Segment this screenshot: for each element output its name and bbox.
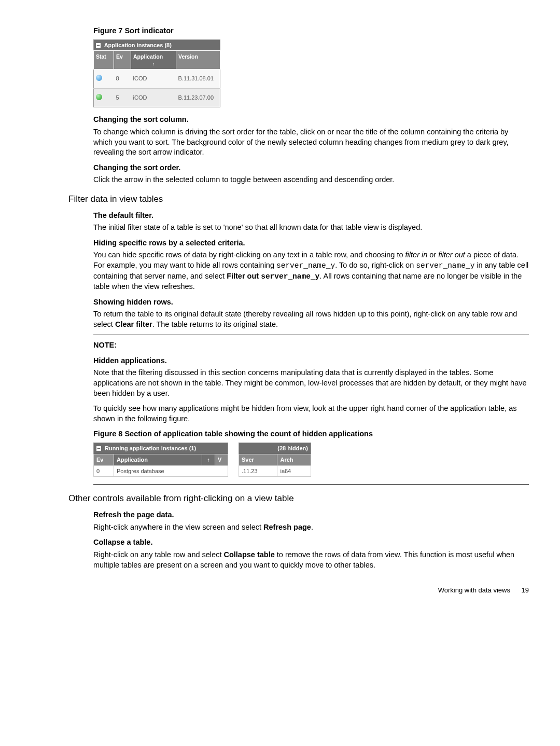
- figure-7-caption: Figure 7 Sort indicator: [93, 26, 529, 36]
- changing-sort-order-heading: Changing the sort order.: [93, 163, 529, 173]
- collapse-icon[interactable]: −: [96, 446, 101, 451]
- sort-arrow-icon[interactable]: ↑: [133, 61, 174, 67]
- showing-hidden-heading: Showing hidden rows.: [93, 297, 529, 308]
- collapse-icon[interactable]: −: [96, 43, 101, 48]
- ev-cell: 8: [114, 69, 131, 88]
- note-p1: Note that the filtering discussed in thi…: [93, 368, 529, 398]
- hiding-rows-heading: Hiding specific rows by a selected crite…: [93, 238, 529, 248]
- divider: [93, 335, 529, 335]
- col-ev[interactable]: Ev: [114, 51, 131, 69]
- status-cell: [94, 69, 114, 88]
- collapse-body: Right-click on any table row and select …: [93, 550, 529, 570]
- refresh-heading: Refresh the page data.: [93, 510, 529, 520]
- app-cell[interactable]: iCOD: [131, 69, 176, 88]
- refresh-body: Right-click anywhere in the view screen …: [93, 522, 529, 533]
- figure-8-wrap: − Running application instances (1) Ev A…: [93, 443, 529, 477]
- app-cell[interactable]: iCOD: [131, 88, 176, 107]
- ev-cell: 0: [94, 465, 114, 477]
- divider: [93, 484, 529, 485]
- sver-cell: .11.23: [239, 465, 277, 477]
- page-number: 19: [522, 586, 529, 594]
- default-filter-body: The initial filter state of a table is s…: [93, 223, 529, 233]
- ev-cell: 5: [114, 88, 131, 107]
- col-stat[interactable]: Stat: [94, 51, 114, 69]
- col-version[interactable]: Version: [176, 51, 220, 69]
- figure-8-caption: Figure 8 Section of application table sh…: [93, 429, 529, 439]
- col-v[interactable]: V: [215, 454, 228, 465]
- default-filter-heading: The default filter.: [93, 211, 529, 221]
- note-p2: To quickly see how many applications mig…: [93, 404, 529, 424]
- changing-sort-column-heading: Changing the sort column.: [93, 115, 529, 125]
- collapse-heading: Collapse a table.: [93, 537, 529, 548]
- status-blue-icon: [96, 75, 102, 81]
- page-footer: Working with data views 19: [93, 586, 529, 595]
- fig7-title: Application instances (8): [104, 42, 172, 48]
- app-cell[interactable]: Postgres database: [114, 465, 228, 477]
- col-ev[interactable]: Ev: [94, 454, 114, 465]
- col-application[interactable]: Application ↑: [131, 51, 176, 69]
- hiding-rows-body: You can hide specific rows of data by ri…: [93, 250, 529, 292]
- hidden-count: (28 hidden): [239, 443, 311, 454]
- note-label: NOTE:: [93, 340, 529, 351]
- sort-arrow-icon[interactable]: ↑: [202, 454, 215, 465]
- figure-8-right: (28 hidden) Sver Arch .11.23 ia64: [239, 443, 311, 477]
- showing-hidden-body: To return the table to its original defa…: [93, 309, 529, 329]
- arch-cell: ia64: [277, 465, 311, 477]
- changing-sort-order-body: Click the arrow in the selected column t…: [93, 175, 529, 185]
- status-green-icon: [96, 94, 102, 100]
- col-application[interactable]: Application: [114, 454, 202, 465]
- figure-8-left: − Running application instances (1) Ev A…: [93, 443, 228, 477]
- filter-data-heading: Filter data in view tables: [68, 194, 529, 205]
- col-arch[interactable]: Arch: [277, 454, 311, 465]
- figure-7-table: − Application instances (8) Stat Ev Appl…: [93, 39, 220, 108]
- note-heading: Hidden applications.: [93, 356, 529, 366]
- ver-cell: B.11.31.08.01: [176, 69, 220, 88]
- changing-sort-column-body: To change which column is driving the so…: [93, 127, 529, 158]
- other-controls-heading: Other controls available from right-clic…: [68, 493, 529, 505]
- status-cell: [94, 88, 114, 107]
- footer-text: Working with data views: [438, 586, 510, 594]
- col-sver[interactable]: Sver: [239, 454, 277, 465]
- ver-cell: B.11.23.07.00: [176, 88, 220, 107]
